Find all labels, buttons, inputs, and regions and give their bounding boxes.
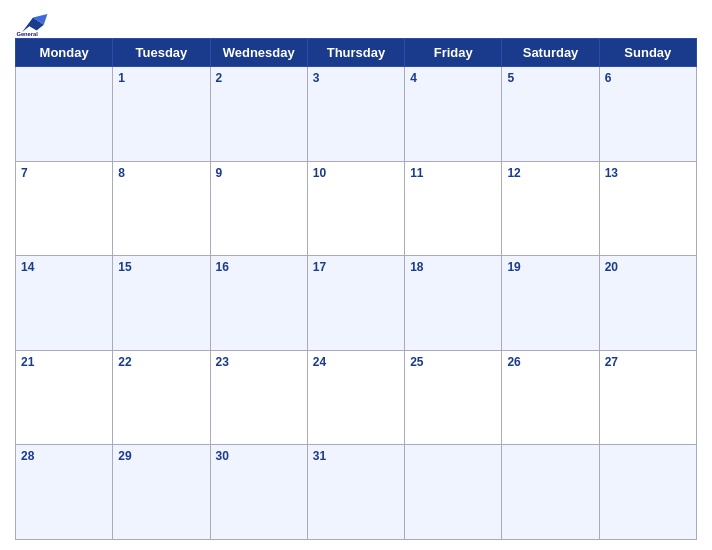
weekday-header-row: MondayTuesdayWednesdayThursdayFridaySatu… <box>16 39 697 67</box>
calendar-day-24: 24 <box>307 350 404 445</box>
calendar-week-2: 78910111213 <box>16 161 697 256</box>
calendar-day-1: 1 <box>113 67 210 162</box>
calendar-day-6: 6 <box>599 67 696 162</box>
calendar-day-11: 11 <box>405 161 502 256</box>
svg-text:General: General <box>16 31 38 37</box>
calendar-day-2: 2 <box>210 67 307 162</box>
calendar-day-14: 14 <box>16 256 113 351</box>
calendar-day-9: 9 <box>210 161 307 256</box>
calendar-day-16: 16 <box>210 256 307 351</box>
calendar-header: General <box>15 10 697 34</box>
calendar-week-1: 123456 <box>16 67 697 162</box>
calendar-day-8: 8 <box>113 161 210 256</box>
calendar-day-12: 12 <box>502 161 599 256</box>
calendar-day-18: 18 <box>405 256 502 351</box>
calendar-day-23: 23 <box>210 350 307 445</box>
calendar-day-25: 25 <box>405 350 502 445</box>
calendar-day-10: 10 <box>307 161 404 256</box>
calendar-day-5: 5 <box>502 67 599 162</box>
weekday-monday: Monday <box>16 39 113 67</box>
calendar-day-30: 30 <box>210 445 307 540</box>
calendar-day-empty <box>502 445 599 540</box>
calendar-week-3: 14151617181920 <box>16 256 697 351</box>
calendar-day-28: 28 <box>16 445 113 540</box>
weekday-saturday: Saturday <box>502 39 599 67</box>
calendar-day-empty <box>405 445 502 540</box>
weekday-friday: Friday <box>405 39 502 67</box>
calendar-day-13: 13 <box>599 161 696 256</box>
weekday-wednesday: Wednesday <box>210 39 307 67</box>
logo: General <box>15 10 51 34</box>
calendar-day-7: 7 <box>16 161 113 256</box>
weekday-sunday: Sunday <box>599 39 696 67</box>
calendar-day-19: 19 <box>502 256 599 351</box>
calendar-day-26: 26 <box>502 350 599 445</box>
calendar-day-22: 22 <box>113 350 210 445</box>
calendar-day-3: 3 <box>307 67 404 162</box>
calendar-day-15: 15 <box>113 256 210 351</box>
calendar-day-17: 17 <box>307 256 404 351</box>
calendar-day-20: 20 <box>599 256 696 351</box>
calendar-day-21: 21 <box>16 350 113 445</box>
calendar-table: MondayTuesdayWednesdayThursdayFridaySatu… <box>15 38 697 540</box>
calendar-day-31: 31 <box>307 445 404 540</box>
calendar-week-4: 21222324252627 <box>16 350 697 445</box>
calendar-day-4: 4 <box>405 67 502 162</box>
calendar-day-empty <box>599 445 696 540</box>
weekday-tuesday: Tuesday <box>113 39 210 67</box>
calendar-day-29: 29 <box>113 445 210 540</box>
calendar-day-27: 27 <box>599 350 696 445</box>
weekday-thursday: Thursday <box>307 39 404 67</box>
calendar-week-5: 28293031 <box>16 445 697 540</box>
calendar-day-empty <box>16 67 113 162</box>
